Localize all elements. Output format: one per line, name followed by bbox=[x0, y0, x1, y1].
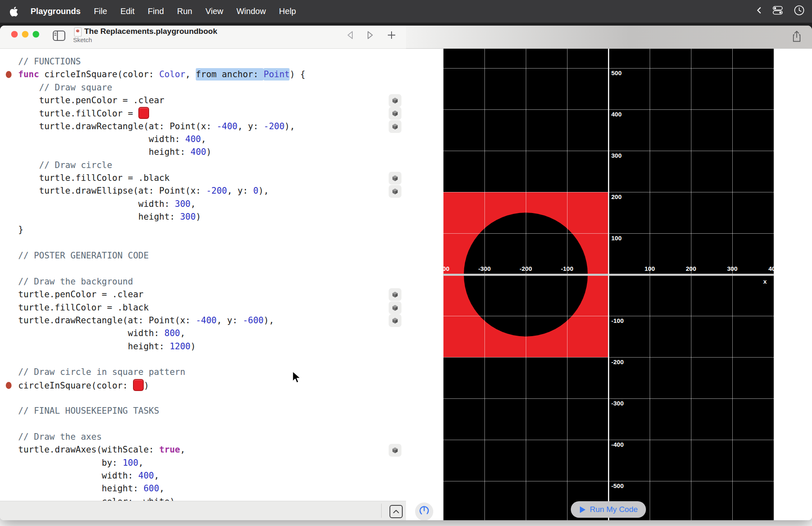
result-cube-button[interactable] bbox=[389, 314, 401, 327]
menu-window[interactable]: Window bbox=[230, 7, 272, 16]
x-tick-label: -100 bbox=[561, 265, 573, 272]
menubar-left: PlaygroundsFileEditFindRunViewWindowHelp bbox=[0, 7, 303, 17]
y-tick-label: -100 bbox=[611, 317, 624, 324]
bottom-bar-divider bbox=[381, 504, 382, 518]
expand-chevron-icon[interactable] bbox=[389, 505, 403, 518]
code-line[interactable]: height: 1200) bbox=[18, 340, 305, 353]
back-icon[interactable] bbox=[346, 30, 354, 40]
result-cube-button[interactable] bbox=[389, 288, 401, 301]
code-line[interactable]: // POSTER GENERATION CODE bbox=[18, 249, 305, 262]
chevron-left-icon[interactable] bbox=[756, 7, 762, 16]
code-line[interactable]: turtle.drawRectangle(at: Point(x: -400, … bbox=[18, 120, 305, 133]
x-tick-label: -300 bbox=[478, 265, 491, 272]
live-view-canvas: -400-300-200-100100200300400500400300200… bbox=[443, 48, 774, 520]
y-tick-label: -500 bbox=[611, 482, 624, 489]
x-tick-label: 300 bbox=[727, 265, 737, 272]
result-cube-button[interactable] bbox=[389, 185, 401, 198]
color-swatch[interactable] bbox=[138, 107, 149, 119]
titlebar-right bbox=[406, 26, 812, 49]
menu-edit[interactable]: Edit bbox=[114, 7, 141, 16]
live-view-pane: -400-300-200-100100200300400500400300200… bbox=[406, 48, 812, 520]
color-swatch[interactable] bbox=[133, 379, 144, 391]
breakpoint-indicator[interactable] bbox=[6, 382, 12, 389]
minimize-button[interactable] bbox=[22, 31, 28, 38]
code-line[interactable]: } bbox=[18, 223, 305, 236]
menubar-status-icons bbox=[756, 5, 805, 18]
y-axis-line bbox=[608, 48, 609, 520]
result-cube-button[interactable] bbox=[389, 107, 401, 120]
add-icon[interactable] bbox=[387, 30, 397, 40]
code-line[interactable] bbox=[18, 353, 305, 366]
code-line[interactable]: turtle.drawEllipse(at: Point(x: -200, y:… bbox=[18, 185, 305, 197]
apple-menu-icon[interactable] bbox=[10, 7, 18, 17]
x-tick-label: 400 bbox=[768, 265, 774, 272]
code-line[interactable]: // FUNCTIONS bbox=[18, 55, 305, 68]
code-line[interactable]: color: .white) bbox=[18, 495, 305, 501]
gridline bbox=[484, 48, 485, 520]
clock-icon[interactable] bbox=[794, 5, 805, 18]
run-my-code-button[interactable]: Run My Code bbox=[571, 501, 646, 518]
result-cube-button[interactable] bbox=[389, 301, 401, 314]
document-icon bbox=[74, 27, 82, 37]
menu-run[interactable]: Run bbox=[171, 7, 199, 16]
code-line[interactable]: width: 800, bbox=[18, 327, 305, 340]
menu-view[interactable]: View bbox=[199, 7, 230, 16]
zoom-button[interactable] bbox=[33, 31, 39, 38]
result-cube-button[interactable] bbox=[389, 444, 401, 457]
code-line[interactable] bbox=[18, 263, 305, 275]
code-pane[interactable]: // FUNCTIONSfunc circleInSquare(color: C… bbox=[0, 48, 406, 501]
forward-icon[interactable] bbox=[366, 30, 374, 40]
x-tick-label: 200 bbox=[686, 265, 696, 272]
breakpoint-indicator[interactable] bbox=[6, 71, 12, 78]
code-line[interactable]: // Draw circle bbox=[18, 159, 305, 172]
menu-find[interactable]: Find bbox=[141, 7, 171, 16]
code-line[interactable]: turtle.fillColor = .black bbox=[18, 172, 305, 185]
gridline bbox=[732, 48, 733, 520]
code-line[interactable] bbox=[18, 237, 305, 249]
code-line[interactable]: turtle.fillColor = .black bbox=[18, 301, 305, 314]
code-line[interactable]: // Draw square bbox=[18, 81, 305, 94]
y-tick-label: -300 bbox=[611, 400, 624, 407]
code-line[interactable]: // Draw the background bbox=[18, 275, 305, 288]
play-icon bbox=[579, 506, 586, 514]
menubar: PlaygroundsFileEditFindRunViewWindowHelp bbox=[0, 0, 812, 23]
menu-help[interactable]: Help bbox=[273, 7, 303, 16]
run-speed-button[interactable] bbox=[415, 502, 433, 520]
code-line[interactable]: // Draw the axes bbox=[18, 431, 305, 443]
share-icon[interactable] bbox=[791, 30, 802, 43]
code-line[interactable]: turtle.drawRectangle(at: Point(x: -400, … bbox=[18, 314, 305, 327]
code-line[interactable]: turtle.drawAxes(withScale: true, bbox=[18, 443, 305, 456]
close-button[interactable] bbox=[11, 31, 18, 38]
sidebar-toggle-button[interactable] bbox=[52, 30, 66, 41]
code-line[interactable] bbox=[18, 418, 305, 431]
code-line[interactable]: // Draw circle in square pattern bbox=[18, 366, 305, 379]
result-cube-button[interactable] bbox=[389, 120, 401, 133]
result-cube-button[interactable] bbox=[389, 172, 401, 185]
code-line[interactable]: height: 300) bbox=[18, 211, 305, 223]
result-cube-button[interactable] bbox=[389, 94, 401, 107]
code-line[interactable]: turtle.fillColor = bbox=[18, 107, 305, 120]
menu-playgrounds[interactable]: Playgrounds bbox=[24, 7, 87, 16]
code-line[interactable] bbox=[18, 392, 305, 405]
gridline bbox=[443, 48, 444, 520]
menu-file[interactable]: File bbox=[87, 7, 114, 16]
gridline bbox=[774, 48, 774, 520]
playgrounds-window: The Replacements.playgroundbook Sketch bbox=[0, 26, 812, 520]
code-editor[interactable]: // FUNCTIONSfunc circleInSquare(color: C… bbox=[18, 55, 305, 501]
code-line[interactable]: width: 400, bbox=[18, 133, 305, 146]
code-line[interactable]: height: 600, bbox=[18, 482, 305, 495]
y-tick-label: -200 bbox=[611, 358, 624, 365]
x-axis-name-label: x bbox=[763, 278, 767, 285]
code-line[interactable]: turtle.penColor = .clear bbox=[18, 288, 305, 301]
code-line[interactable]: circleInSquare(color: ) bbox=[18, 379, 305, 392]
code-line[interactable]: turtle.penColor = .clear bbox=[18, 94, 305, 107]
code-line[interactable]: height: 400) bbox=[18, 146, 305, 159]
control-center-icon[interactable] bbox=[772, 5, 784, 17]
code-line[interactable]: by: 100, bbox=[18, 457, 305, 469]
code-line[interactable]: width: 400, bbox=[18, 469, 305, 482]
code-line[interactable]: // FINAL HOUSEKEEPING TASKS bbox=[18, 405, 305, 417]
code-line[interactable]: width: 300, bbox=[18, 198, 305, 211]
menubar-items: PlaygroundsFileEditFindRunViewWindowHelp bbox=[24, 7, 303, 16]
y-tick-label: 100 bbox=[611, 235, 622, 242]
code-line[interactable]: func circleInSquare(color: Color, from a… bbox=[18, 68, 305, 81]
